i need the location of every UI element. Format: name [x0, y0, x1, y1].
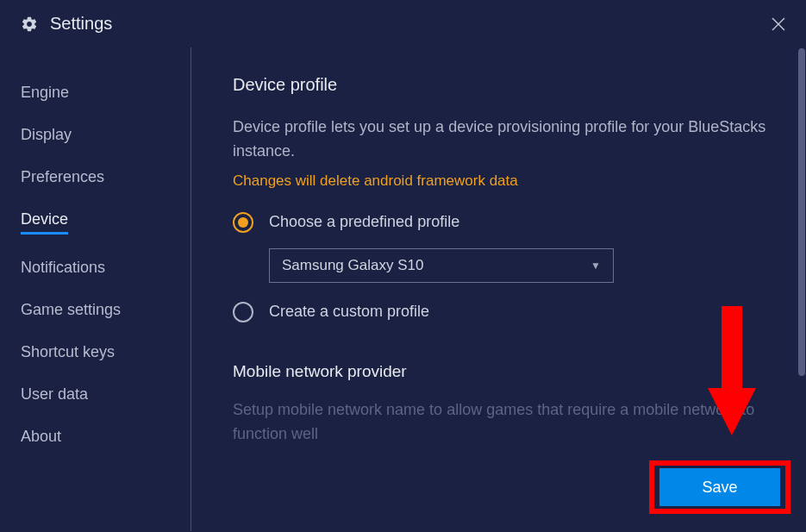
sidebar-item-user-data[interactable]: User data: [21, 373, 191, 416]
radio-custom[interactable]: [233, 302, 253, 322]
radio-predefined-row: Choose a predefined profile: [233, 212, 772, 233]
sidebar-item-preferences[interactable]: Preferences: [21, 156, 191, 198]
section-desc-device-profile: Device profile lets you set up a device …: [233, 116, 772, 164]
close-icon: [772, 17, 785, 31]
radio-custom-label: Create a custom profile: [269, 303, 429, 321]
sidebar-item-device[interactable]: Device: [21, 198, 191, 247]
sidebar: Engine Display Preferences Device Notifi…: [0, 47, 191, 531]
content: Engine Display Preferences Device Notifi…: [0, 47, 806, 531]
header: Settings: [0, 0, 806, 47]
radio-custom-row: Create a custom profile: [233, 302, 772, 322]
warning-text: Changes will delete android framework da…: [233, 172, 772, 190]
main-panel: Device profile Device profile lets you s…: [191, 47, 806, 531]
profile-select[interactable]: Samsung Galaxy S10 ▼: [269, 248, 614, 283]
sidebar-item-about[interactable]: About: [21, 416, 191, 458]
radio-predefined[interactable]: [233, 212, 253, 233]
gear-icon: [21, 16, 38, 33]
sidebar-item-notifications[interactable]: Notifications: [21, 247, 191, 289]
sidebar-item-engine[interactable]: Engine: [21, 72, 191, 114]
section-title-device-profile: Device profile: [233, 75, 772, 95]
close-button[interactable]: [768, 14, 789, 34]
scrollbar-thumb[interactable]: [798, 48, 805, 376]
section-desc-mobile-network: Setup mobile network name to allow games…: [233, 398, 772, 447]
page-title: Settings: [50, 14, 112, 34]
sidebar-item-game-settings[interactable]: Game settings: [21, 289, 191, 331]
scrollbar-track: [797, 48, 806, 532]
sidebar-item-display[interactable]: Display: [21, 114, 191, 156]
section-title-mobile-network: Mobile network provider: [233, 362, 772, 381]
radio-predefined-label: Choose a predefined profile: [269, 213, 459, 231]
sidebar-item-shortcut-keys[interactable]: Shortcut keys: [21, 331, 191, 373]
profile-select-value: Samsung Galaxy S10: [282, 257, 423, 274]
chevron-down-icon: ▼: [590, 260, 601, 272]
save-button[interactable]: Save: [659, 468, 780, 506]
